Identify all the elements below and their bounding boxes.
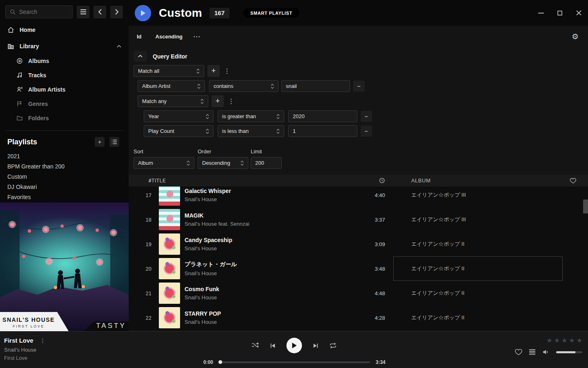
add-playlist-button[interactable]: + [95, 137, 105, 147]
rule-value-input[interactable] [288, 110, 357, 122]
sidebar-item-genres[interactable]: Genres [0, 96, 129, 111]
search-icon [10, 9, 16, 15]
search-input[interactable]: Search [5, 5, 73, 18]
rule-field-select[interactable]: Play Count [144, 125, 214, 137]
scrollbar-thumb[interactable] [583, 200, 588, 213]
track-album: エイリアン☆ポップ III [398, 216, 570, 223]
track-thumbnail [159, 283, 180, 304]
add-rule-button[interactable]: + [207, 65, 220, 77]
column-title[interactable]: TITLE [151, 178, 346, 184]
track-index: 22 [129, 315, 151, 321]
playlist-list-button[interactable] [109, 137, 119, 147]
sort-direction-button[interactable]: Ascending [156, 34, 183, 40]
remove-rule-button[interactable]: − [361, 126, 372, 137]
minimize-button[interactable] [532, 0, 550, 26]
sidebar-item-folders[interactable]: Folders [0, 111, 129, 125]
sidebar-item-albums[interactable]: Albums [0, 54, 129, 68]
forward-button[interactable] [110, 6, 123, 18]
playlist-item[interactable]: BPM Greater than 200 [0, 161, 129, 171]
favorite-heart-icon[interactable] [570, 178, 588, 184]
play-button[interactable] [287, 338, 302, 353]
star-icon[interactable]: ★ [569, 337, 575, 344]
playlist-item[interactable]: DJ Okawari [0, 182, 129, 192]
playlist-item[interactable]: 2021 [0, 151, 129, 161]
close-button[interactable] [569, 0, 588, 26]
gear-icon[interactable]: ⚙ [572, 32, 579, 41]
seek-bar[interactable] [219, 361, 370, 363]
playlist-item[interactable]: Custom [0, 171, 129, 182]
limit-input[interactable] [251, 157, 282, 169]
sort-field-button[interactable]: Id [137, 34, 142, 40]
previous-track-icon[interactable] [270, 343, 276, 349]
track-duration: 3:09 [346, 241, 385, 247]
select-spinner-icon [271, 83, 274, 89]
group-menu-icon[interactable]: ⋮ [224, 67, 229, 75]
volume-slider[interactable] [556, 351, 582, 353]
sidebar-item-tracks[interactable]: Tracks [0, 68, 129, 82]
next-track-icon[interactable] [313, 343, 319, 349]
column-album[interactable]: ALBUM [398, 177, 570, 184]
select-spinner-icon [187, 160, 190, 166]
sort-toolbar: Id Ascending ⋯ ⚙ [129, 26, 588, 47]
track-artist: Snail's House [185, 294, 346, 301]
track-row[interactable]: 21 Cosmo Funk Snail's House 4:48 エイリアン☆ポ… [129, 281, 588, 305]
rating-stars[interactable]: ★ ★ ★ ★ ★ [515, 337, 582, 344]
track-row[interactable]: 18 MAGIK Snail's House feat. Sennzai 3:3… [129, 207, 588, 232]
sidebar-item-album-artists[interactable]: Album Artists [0, 82, 129, 96]
rule-value-input[interactable] [288, 125, 357, 137]
rule-operator-select[interactable]: is greater than [218, 110, 284, 122]
duration-clock-icon[interactable] [346, 177, 385, 184]
main-panel: Custom 167 SMART PLAYLIST Id A [129, 0, 588, 331]
add-rule-button[interactable]: + [212, 95, 224, 107]
menu-icon[interactable] [77, 6, 89, 18]
rule-field-select[interactable]: Album Artist [138, 80, 205, 92]
now-playing-artist[interactable]: Snail's House [4, 347, 46, 353]
track-artist: Snail's House [185, 245, 346, 251]
playlist-item[interactable]: Favorites [0, 192, 129, 202]
rule-operator-select[interactable]: contains [209, 80, 278, 92]
chevron-up-icon[interactable] [117, 45, 121, 48]
match-type-select[interactable]: Match all [134, 65, 204, 77]
order-select[interactable]: Descending [198, 157, 248, 169]
track-duration: 4:28 [346, 315, 385, 321]
shuffle-icon[interactable] [252, 342, 259, 349]
star-icon[interactable]: ★ [546, 337, 552, 344]
volume-icon[interactable] [542, 349, 550, 355]
back-button[interactable] [94, 6, 106, 18]
favorite-heart-icon[interactable] [515, 349, 522, 355]
track-row[interactable]: 22 STARRY POP Snail's House 4:28 エイリアン☆ポ… [129, 305, 588, 330]
remove-rule-button[interactable]: − [361, 111, 372, 122]
column-index[interactable]: # [129, 178, 151, 184]
table-header: # TITLE ALBUM [129, 175, 588, 186]
repeat-icon[interactable] [330, 342, 337, 349]
more-options-icon[interactable]: ⋯ [193, 32, 200, 41]
track-row[interactable]: 19 Candy Spaceship Snail's House 3:09 エイ… [129, 232, 588, 256]
group-menu-icon[interactable]: ⋮ [228, 97, 234, 105]
remove-rule-button[interactable]: − [353, 81, 365, 92]
match-type-select[interactable]: Match any [138, 95, 208, 107]
track-thumbnail [159, 233, 180, 255]
sidebar-item-label: Album Artists [28, 86, 65, 93]
now-playing-menu-icon[interactable]: ⋮ [40, 337, 46, 344]
star-icon[interactable]: ★ [561, 337, 567, 344]
rule-field-select[interactable]: Year [144, 110, 214, 122]
rule-operator-select[interactable]: is less than [218, 125, 284, 137]
play-playlist-button[interactable] [135, 5, 151, 21]
sidebar-item-home[interactable]: Home [0, 25, 129, 35]
select-spinner-icon [241, 160, 244, 166]
seek-handle[interactable] [218, 360, 222, 364]
maximize-button[interactable] [550, 0, 569, 26]
track-title: プラネット・ガール [185, 261, 346, 268]
collapse-query-editor-button[interactable] [134, 51, 147, 62]
star-icon[interactable]: ★ [554, 337, 560, 344]
rule-value-input[interactable] [281, 80, 350, 92]
sidebar-item-library[interactable]: Library [0, 41, 129, 51]
page-title: Custom [159, 7, 202, 20]
sort-select[interactable]: Album [134, 157, 194, 169]
track-index: 17 [129, 192, 151, 198]
now-playing-album[interactable]: First Love [4, 355, 46, 361]
star-icon[interactable]: ★ [577, 337, 582, 344]
track-row[interactable]: 20 プラネット・ガール Snail's House 3:48 エイリアン☆ポッ… [129, 256, 588, 281]
track-row[interactable]: 17 Galactic Whisper Snail's House 4:40 エ… [129, 186, 588, 207]
queue-icon[interactable] [529, 349, 536, 355]
